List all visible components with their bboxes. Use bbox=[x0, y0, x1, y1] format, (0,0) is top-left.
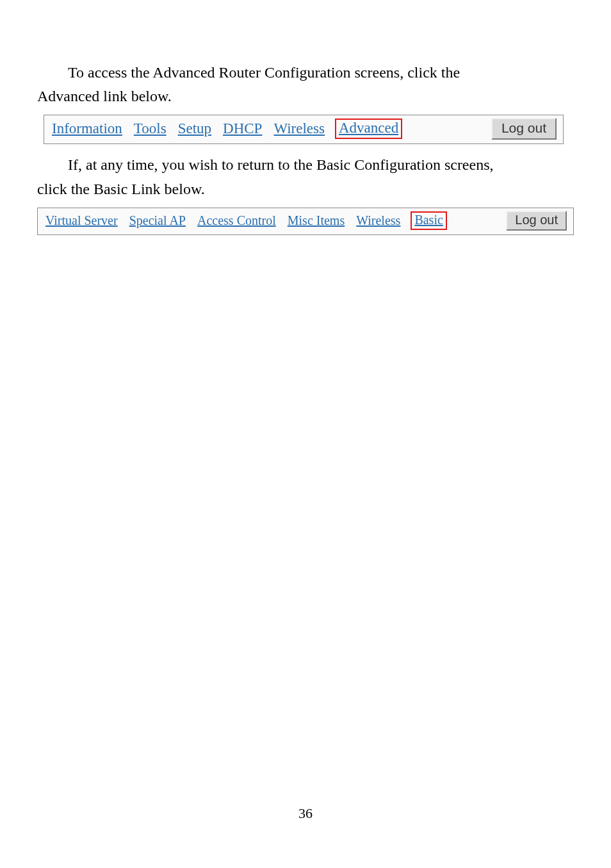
nav-link-access-control[interactable]: Access Control bbox=[196, 213, 277, 228]
para2-line1: If, at any time, you wish to return to t… bbox=[37, 153, 574, 177]
nav-link-misc-items[interactable]: Misc Items bbox=[286, 213, 346, 228]
nav-link-basic[interactable]: Basic bbox=[411, 211, 446, 230]
para1-line2: Advanced link below. bbox=[37, 88, 172, 104]
advanced-config-navbar: Virtual Server Special AP Access Control… bbox=[37, 208, 574, 235]
nav-link-setup[interactable]: Setup bbox=[177, 120, 213, 137]
nav-link-wireless-adv[interactable]: Wireless bbox=[355, 213, 402, 228]
page-number: 36 bbox=[0, 805, 611, 822]
nav-link-advanced[interactable]: Advanced bbox=[335, 119, 402, 139]
logout-button[interactable]: Log out bbox=[491, 118, 557, 140]
nav-link-special-ap[interactable]: Special AP bbox=[128, 213, 187, 228]
nav-link-dhcp[interactable]: DHCP bbox=[222, 120, 263, 137]
intro-paragraph-2: If, at any time, you wish to return to t… bbox=[37, 153, 574, 201]
nav-link-virtual-server[interactable]: Virtual Server bbox=[44, 213, 119, 228]
para1-line1: To access the Advanced Router Configurat… bbox=[37, 61, 574, 85]
basic-config-navbar: Information Tools Setup DHCP Wireless Ad… bbox=[44, 115, 564, 144]
nav-link-information[interactable]: Information bbox=[51, 120, 124, 137]
para2-line2: click the Basic Link below. bbox=[37, 181, 205, 197]
nav-link-tools[interactable]: Tools bbox=[133, 120, 168, 137]
logout-button-adv[interactable]: Log out bbox=[506, 211, 567, 231]
nav-link-wireless[interactable]: Wireless bbox=[272, 120, 326, 137]
intro-paragraph-1: To access the Advanced Router Configurat… bbox=[37, 61, 574, 108]
